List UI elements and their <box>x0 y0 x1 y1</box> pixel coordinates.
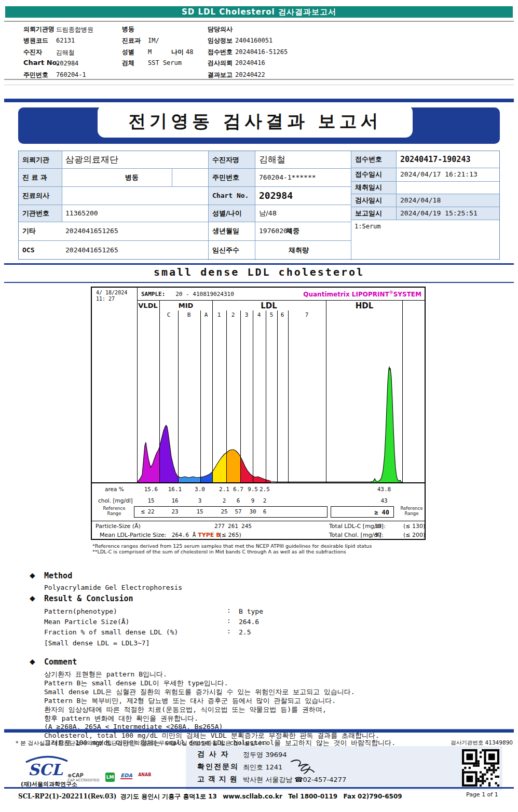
qr-module <box>488 753 495 760</box>
chart-value: 3 <box>198 497 202 504</box>
qr-module <box>497 767 499 769</box>
qr-module <box>482 774 484 776</box>
grid-line <box>396 151 397 220</box>
field-value: 드림종합병원 <box>56 25 93 34</box>
table-label: 기관번호 <box>22 205 49 222</box>
table-sublabel: 병동 <box>125 168 139 186</box>
chart-value: 2 <box>223 497 226 504</box>
field-label: 병원코드 <box>23 36 48 45</box>
result-value: 2.5 <box>239 628 251 636</box>
table-label: OCS <box>22 240 34 260</box>
field-label: 병동 <box>122 25 134 34</box>
comment-line: Pattern B는 복부비만, 제2형 당뇨병 또는 대사 증후군 등에서 많… <box>44 696 336 706</box>
table-label: 의뢰기관 <box>22 151 49 168</box>
svg-text:SCL: SCL <box>28 761 63 778</box>
field-value: IM/ <box>148 37 159 44</box>
result-sep: : <box>227 627 231 635</box>
field-value: 김해철 <box>56 48 75 57</box>
qr-module <box>482 778 484 780</box>
chart-value: 43.8 <box>377 486 391 493</box>
eda-logo: EDA <box>120 773 132 779</box>
field-label: 결과보고 <box>208 71 233 79</box>
bullet-icon: ◆ <box>30 657 35 666</box>
chart-value: 9.5 <box>248 486 258 493</box>
qr-module <box>493 767 495 769</box>
result-key: Fraction % of small dense LDL (%) <box>44 628 178 636</box>
qr-module <box>495 782 497 784</box>
table-value: 2024/04/17 16:21:13 <box>400 168 478 181</box>
divider <box>4 21 514 22</box>
doc-code: SCL-RP2(1)-202211(Rev.03) <box>18 793 116 800</box>
sign-value: 박사현 서울강남 ☎02-457-4277 <box>243 775 346 784</box>
qr-module <box>493 771 495 773</box>
qr-module <box>480 771 482 773</box>
table-value: 2024/04/18 <box>400 194 441 207</box>
chart-value: 15 <box>147 497 154 504</box>
qr-module <box>495 776 497 778</box>
table-label: 진 료 과 <box>22 168 47 186</box>
sign-value: 최인호 1241 <box>243 763 282 772</box>
lab-address: 경기도 용인시 기흥구 흥덕1로 13 <box>120 793 217 800</box>
field-value: 20240416 <box>235 59 265 66</box>
chart-value: 30 <box>249 508 256 515</box>
footer-rule <box>4 787 514 789</box>
table-value: 남/48 <box>259 205 277 222</box>
field-label: 나이 <box>171 48 184 57</box>
chart-footnote-1: *Reference ranges derived from 125 serum… <box>92 543 372 549</box>
qr-module <box>462 769 464 771</box>
table-label: 접수일시 <box>355 168 382 181</box>
grid-line <box>172 168 172 186</box>
result-value: 264.6 <box>239 618 259 626</box>
result-value: B type <box>239 607 263 615</box>
signature-panel: 검 사 자 정두영 39694 확인전문의 최인호 1241 고 객 지 원 박… <box>186 746 502 790</box>
chart-value: 23 <box>171 508 178 515</box>
section-title-wrap: small dense LDL cholesterol <box>0 266 518 278</box>
section-rule <box>4 282 514 283</box>
chart-value: 277 <box>214 523 225 530</box>
anab-logo: ANAB <box>138 773 151 777</box>
comment-line: Pattern B는 small dense LDL이 우세한 type입니다. <box>44 679 228 688</box>
qr-module <box>480 784 482 787</box>
table-sublabel: 체중 <box>286 222 299 240</box>
divider <box>4 85 514 85</box>
field-value: 2404160051 <box>235 37 272 44</box>
qr-module <box>482 776 484 778</box>
divider <box>4 79 514 80</box>
table-label: 보고일시 <box>355 207 382 220</box>
comment-line: 상기환자 표현형은 pattern B입니다. <box>44 670 167 679</box>
qr-module <box>486 771 488 773</box>
banner-top-bar <box>4 99 514 102</box>
lab-report-page: { "top_header": { "title": "SD LDL Chole… <box>0 0 518 812</box>
field-label: 담당의사 <box>208 25 233 34</box>
chart-value: 261 <box>228 523 238 530</box>
qr-module <box>466 776 473 782</box>
field-value: 20240416-51265 <box>235 48 288 56</box>
qr-module <box>488 767 490 769</box>
table-label: Chart No. <box>212 186 249 205</box>
bullet-icon: ◆ <box>30 571 35 579</box>
grid-line <box>19 186 351 187</box>
lab-fax: Fax 02)790-6509 <box>344 793 402 800</box>
chart-number-rows: 15.616.13.02.16.79.52.543.815163269243≤2… <box>92 288 427 541</box>
field-label: 진료과 <box>122 36 141 45</box>
qr-module <box>493 765 495 767</box>
qr-module <box>480 780 482 782</box>
qr-module <box>482 782 484 784</box>
chart-value: 3.0 <box>195 486 205 493</box>
bullet-icon: ◆ <box>30 594 35 602</box>
table-value: 2024041651265 <box>65 240 118 260</box>
body-end-rule <box>4 729 514 733</box>
table-value: 11365200 <box>65 205 98 222</box>
chart-value: ≤ <box>141 508 144 515</box>
report-info-table: 의뢰기관 삼광의료재단 진 료 과 병동 진료의사 기관번호 11365200 … <box>18 151 500 260</box>
qr-module <box>495 769 497 771</box>
result-sep: : <box>227 617 231 625</box>
qr-module <box>466 753 473 760</box>
qr-module <box>497 776 499 778</box>
qr-module <box>480 776 482 778</box>
qr-module <box>473 765 475 767</box>
qr-module <box>478 780 480 782</box>
result-sep: : <box>227 606 231 614</box>
chart-value: 22 <box>147 508 154 515</box>
table-value: 삼광의료재단 <box>65 151 118 168</box>
